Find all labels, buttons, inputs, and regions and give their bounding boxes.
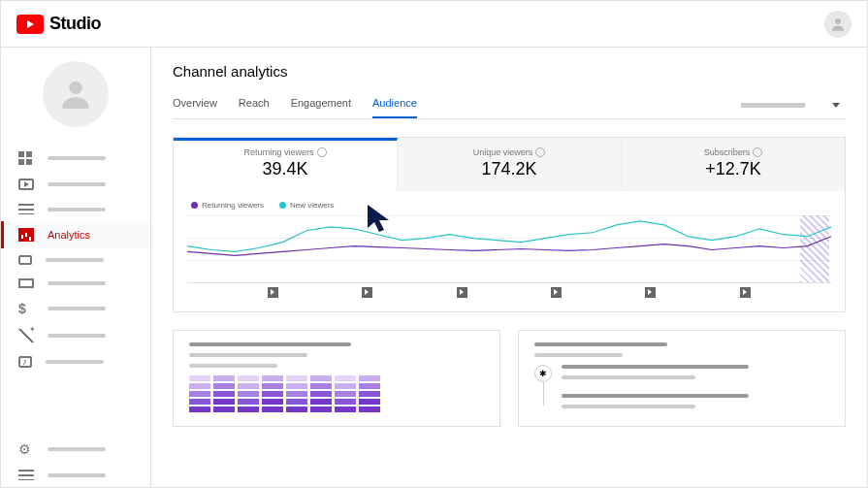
date-range-dropdown[interactable] — [741, 103, 846, 108]
tab-audience[interactable]: Audience — [372, 91, 417, 118]
sidebar-item-monetization[interactable] — [1, 295, 150, 322]
page-title: Channel analytics — [173, 63, 846, 80]
logo[interactable]: Studio — [16, 14, 101, 34]
youtube-play-icon — [16, 15, 44, 34]
bug-icon: ✱ — [534, 365, 552, 382]
svg-point-0 — [835, 18, 841, 24]
channel-avatar[interactable] — [43, 61, 109, 127]
tab-overview[interactable]: Overview — [173, 91, 217, 118]
metric-unique-viewers[interactable]: Unique viewers 174.2K — [398, 138, 622, 191]
video-marker-icon[interactable] — [645, 287, 656, 298]
sidebar-item-settings[interactable] — [1, 436, 150, 463]
legend-new: New viewers — [279, 201, 334, 210]
gear-icon — [18, 442, 34, 456]
video-icon — [18, 179, 34, 190]
subtitles-icon — [18, 278, 34, 288]
metric-value: 174.2K — [405, 159, 613, 179]
video-markers — [187, 283, 831, 306]
video-marker-icon[interactable] — [362, 287, 372, 298]
svg-point-1 — [69, 81, 81, 94]
metric-label: Returning viewers — [181, 147, 389, 157]
video-marker-icon[interactable] — [740, 287, 751, 298]
main-content: Channel analytics Overview Reach Engagem… — [151, 48, 867, 487]
feedback-icon — [18, 470, 34, 480]
metric-value: 39.4K — [181, 159, 389, 179]
account-avatar[interactable] — [824, 11, 852, 38]
grid-icon — [18, 151, 34, 165]
tab-reach[interactable]: Reach — [239, 91, 270, 118]
analytics-icon — [18, 228, 34, 242]
sidebar-item-analytics[interactable]: Analytics — [1, 221, 150, 248]
person-icon — [829, 16, 847, 33]
list-icon — [18, 204, 34, 214]
sidebar-item-subtitles[interactable] — [1, 272, 150, 295]
card-when-viewers-online — [173, 330, 500, 427]
person-icon — [56, 75, 95, 114]
video-marker-icon[interactable] — [457, 287, 467, 298]
tabs: Overview Reach Engagement Audience — [173, 91, 417, 118]
sidebar-item-comments[interactable] — [1, 248, 150, 272]
sidebar-item-feedback[interactable] — [1, 463, 150, 487]
chevron-down-icon — [832, 103, 840, 108]
music-icon — [18, 356, 32, 368]
video-marker-icon[interactable] — [268, 287, 278, 298]
dollar-icon — [18, 302, 34, 315]
sidebar-item-audio[interactable] — [1, 349, 150, 374]
wand-icon — [18, 329, 34, 342]
app-header: Studio — [1, 1, 867, 48]
metric-subscribers[interactable]: Subscribers +12.7K — [622, 138, 845, 191]
chart-area: Returning viewers New viewers — [174, 191, 845, 311]
sidebar-item-label: Analytics — [48, 229, 90, 241]
line-chart[interactable] — [187, 215, 831, 283]
heatmap — [189, 375, 484, 412]
metric-value: +12.7K — [629, 159, 837, 179]
sidebar-item-customization[interactable] — [1, 322, 150, 349]
metric-returning-viewers[interactable]: Returning viewers 39.4K — [174, 138, 398, 191]
comment-icon — [18, 255, 32, 265]
tab-engagement[interactable]: Engagement — [291, 91, 351, 118]
sidebar-item-playlists[interactable] — [1, 197, 150, 221]
app-name: Studio — [49, 14, 101, 34]
sidebar-item-dashboard[interactable] — [1, 145, 150, 172]
metrics-card: Returning viewers 39.4K Unique viewers 1… — [173, 137, 846, 312]
card-other-content: ✱ — [518, 330, 846, 427]
video-marker-icon[interactable] — [551, 287, 562, 298]
sidebar: Analytics — [1, 48, 151, 487]
legend-returning: Returning viewers — [191, 201, 264, 210]
metric-label: Subscribers — [629, 147, 837, 157]
sidebar-item-content[interactable] — [1, 172, 150, 197]
metric-label: Unique viewers — [405, 147, 613, 157]
